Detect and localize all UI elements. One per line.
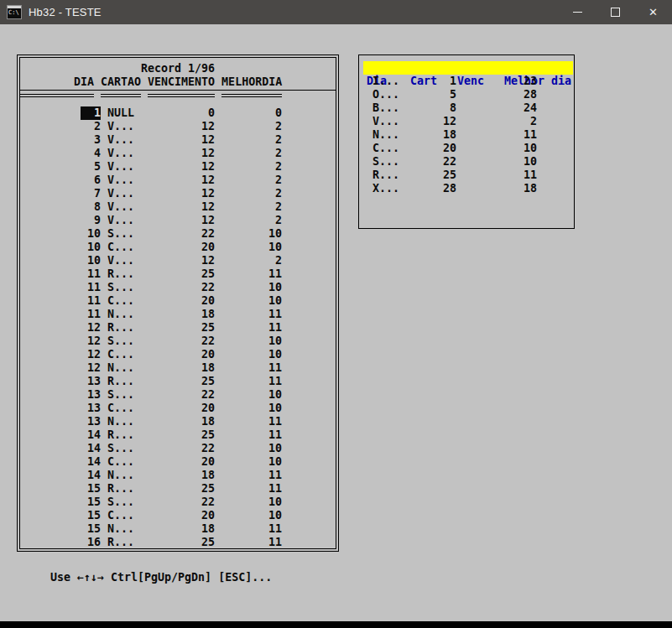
cell-cart-name: S...: [372, 155, 406, 169]
table-row[interactable]: 7V...122: [20, 187, 336, 200]
cell-melhordia: 2: [215, 187, 282, 200]
cell-melhordia: 11: [215, 536, 282, 549]
cell-cartao: V...: [107, 160, 148, 174]
close-button[interactable]: ✕: [634, 0, 672, 24]
separator-segment-dia: [20, 94, 94, 97]
header-separator: [20, 91, 336, 106]
cell-cartao: V...: [107, 200, 148, 214]
cell-cartao: C...: [107, 402, 148, 415]
table-row[interactable]: 5V...122: [20, 160, 336, 174]
cell-dia: 15: [20, 482, 101, 496]
cell-melhordia: 2: [215, 160, 282, 174]
cell-cartao: V...: [107, 254, 148, 267]
table-row[interactable]: 14N...1811: [20, 469, 336, 482]
cell-dia: 12: [20, 335, 101, 348]
table-row[interactable]: 4V...122: [20, 147, 336, 160]
cell-melhor-dia: 23: [456, 75, 537, 88]
list-item[interactable]: N...1811: [359, 128, 574, 142]
cell-dia-value: 9: [81, 214, 101, 227]
cell-dia: 4: [20, 147, 101, 160]
table-row[interactable]: 13N...1811: [20, 415, 336, 428]
cell-melhor-dia: 10: [456, 155, 537, 169]
cell-melhordia: 2: [215, 200, 282, 214]
table-row[interactable]: 11C...2010: [20, 294, 336, 308]
list-item[interactable]: X...2818: [359, 182, 574, 195]
cell-dia: 3: [20, 133, 101, 147]
cell-dia-value: 10: [81, 227, 101, 241]
table-row[interactable]: 11R...2511: [20, 267, 336, 281]
cell-cartao: V...: [107, 187, 148, 200]
table-row[interactable]: 13C...2010: [20, 402, 336, 415]
cell-dia: 11: [20, 267, 101, 281]
cell-vencimento: 18: [148, 361, 215, 375]
cell-melhordia: 11: [215, 361, 282, 375]
list-item[interactable]: R...2511: [359, 169, 574, 182]
table-row[interactable]: 14R...2511: [20, 428, 336, 442]
table-row[interactable]: 11N...1811: [20, 308, 336, 321]
table-row[interactable]: 12N...1811: [20, 361, 336, 375]
cell-cartao: S...: [107, 281, 148, 294]
cell-dia-value: 3: [81, 133, 101, 147]
cell-dia: 14: [20, 455, 101, 469]
table-row[interactable]: 14C...2010: [20, 455, 336, 469]
list-item[interactable]: V...122: [359, 115, 574, 128]
cell-vencimento: 25: [148, 536, 215, 549]
minimize-button[interactable]: [559, 0, 596, 24]
maximize-button[interactable]: [596, 0, 634, 24]
table-row[interactable]: 12R...2511: [20, 321, 336, 335]
table-row[interactable]: 1NULL00: [20, 106, 336, 120]
cell-dia-value: 6: [81, 174, 101, 187]
cell-dia: 12: [20, 348, 101, 361]
table-row[interactable]: 15S...2210: [20, 496, 336, 509]
cell-dia-value: 13: [81, 415, 101, 428]
table-row[interactable]: 15N...1811: [20, 522, 336, 536]
cell-venc: 25: [406, 169, 456, 182]
table-row[interactable]: 3V...122: [20, 133, 336, 147]
table-row[interactable]: 15R...2511: [20, 482, 336, 496]
list-item[interactable]: C...2010: [359, 142, 574, 155]
cell-venc: 1: [406, 75, 456, 88]
list-item[interactable]: B...824: [359, 101, 574, 115]
cell-vencimento: 20: [148, 348, 215, 361]
cell-cartao: S...: [107, 496, 148, 509]
cell-melhordia: 10: [215, 294, 282, 308]
table-row[interactable]: 12S...2210: [20, 335, 336, 348]
table-row[interactable]: 12C...2010: [20, 348, 336, 361]
cell-venc: 8: [406, 101, 456, 115]
table-row[interactable]: 14S...2210: [20, 442, 336, 455]
cell-cartao: C...: [107, 294, 148, 308]
table-row[interactable]: 10C...2010: [20, 241, 336, 254]
table-row[interactable]: 11S...2210: [20, 281, 336, 294]
table-row[interactable]: 13S...2210: [20, 388, 336, 402]
cell-dia: 13: [20, 402, 101, 415]
close-icon: ✕: [649, 7, 658, 18]
cell-dia-value: 12: [81, 321, 101, 335]
table-row[interactable]: 10V...122: [20, 254, 336, 267]
table-row[interactable]: 6V...122: [20, 174, 336, 187]
table-row[interactable]: 10S...2210: [20, 227, 336, 241]
console-screen: Record 1/96 DIA CARTAO VENCIMENTO MELHOR…: [0, 24, 672, 621]
table-row[interactable]: 13R...2511: [20, 375, 336, 388]
list-item[interactable]: O...528: [359, 88, 574, 101]
cell-cartao: R...: [107, 536, 148, 549]
table-row[interactable]: 16R...2511: [20, 536, 336, 549]
cell-dia: 15: [20, 509, 101, 522]
cell-melhor-dia: 10: [456, 142, 537, 155]
cell-dia: 9: [20, 214, 101, 227]
cell-vencimento: 18: [148, 415, 215, 428]
cell-cartao: C...: [107, 509, 148, 522]
cell-dia: 13: [20, 415, 101, 428]
table-row[interactable]: 2V...122: [20, 120, 336, 133]
right-table-body: I...123O...528B...824V...122N...1811C...…: [359, 75, 574, 195]
cell-venc: 18: [406, 128, 456, 142]
cell-cart-name: N...: [372, 128, 406, 142]
cell-melhordia: 11: [215, 308, 282, 321]
table-row[interactable]: 8V...122: [20, 200, 336, 214]
cell-cartao: R...: [107, 321, 148, 335]
cell-venc: 20: [406, 142, 456, 155]
table-row[interactable]: 9V...122: [20, 214, 336, 227]
table-row[interactable]: 15C...2010: [20, 509, 336, 522]
cell-dia: 11: [20, 308, 101, 321]
cell-dia-value: 16: [81, 536, 101, 549]
list-item[interactable]: S...2210: [359, 155, 574, 169]
